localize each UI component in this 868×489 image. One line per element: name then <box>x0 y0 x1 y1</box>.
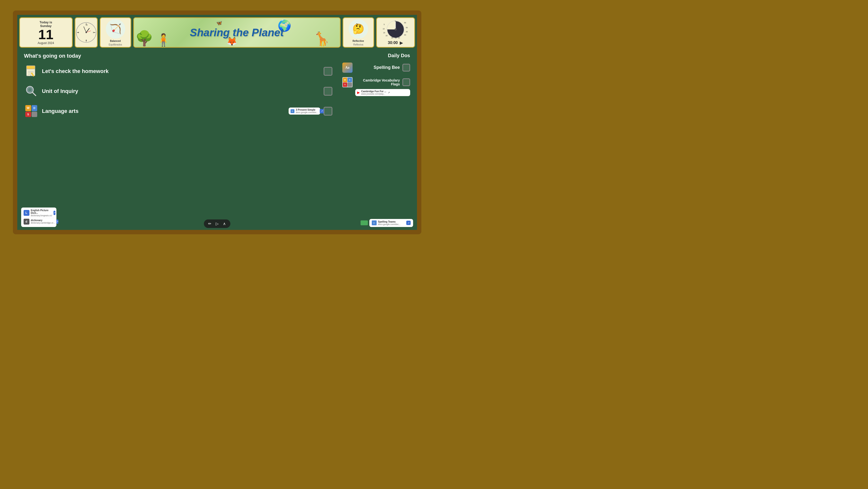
doc-link-text: 3 Present Simple docs.google.com/doc... <box>296 109 318 114</box>
day-number: 11 <box>38 28 53 41</box>
balanced-label: Balanced <box>110 40 121 42</box>
tree-decoration: 🌳 <box>135 30 153 47</box>
spelling-teams-text: Spelling Teams docs.google.com/doc... <box>378 221 401 226</box>
clock-widget: 12 3 6 9 <box>75 17 98 48</box>
youtube-link-arrow[interactable]: ↗ <box>388 91 390 94</box>
spelling-teams-url: docs.google.com/doc... <box>378 223 401 226</box>
bird-decoration: 🦋 <box>216 20 222 26</box>
green-indicator <box>361 221 368 225</box>
cambridge-dict-url: dictionary.cambridge.or... <box>31 222 55 224</box>
top-bar: Today is Sunday 11 August 2024 12 3 6 9 <box>19 17 415 49</box>
english-dict-arrow[interactable]: ↗ <box>54 211 56 215</box>
reflective-sub: Reflexiva <box>353 43 363 46</box>
svg-point-12 <box>85 32 87 33</box>
inquiry-svg <box>25 84 38 98</box>
youtube-icon: ▶ <box>357 90 360 94</box>
banner-title: Sharing the Planet <box>190 27 284 39</box>
timer-display: 30:00 <box>388 40 398 45</box>
daily-dos-title: Daily Dos <box>342 53 410 58</box>
reflective-label: Reflective <box>352 40 364 42</box>
svg-text:6: 6 <box>86 39 87 41</box>
google-doc-icon: ≡ <box>290 109 294 113</box>
agenda-item-homework: Let's check the homework <box>24 64 332 79</box>
person-decoration: 🧍 <box>156 33 171 47</box>
svg-text:55: 55 <box>404 22 406 24</box>
english-dict-title: English Picture Dicti... <box>31 209 52 214</box>
giraffe-decoration: 🦒 <box>313 31 330 47</box>
banner-widget: 🌳 🧍 🌍 🦋 🦊 🦒 Sharing the Planet <box>133 17 341 48</box>
svg-text:45: 45 <box>406 31 408 33</box>
timer-play-button[interactable]: ▶ <box>400 40 403 46</box>
spelling-teams-arrow[interactable]: ↗ <box>406 221 411 225</box>
date-widget: Today is Sunday 11 August 2024 <box>19 17 73 48</box>
homework-checkbox[interactable] <box>323 67 332 76</box>
board-frame: Today is Sunday 11 August 2024 12 3 6 9 <box>13 10 421 234</box>
youtube-sub-link-container: ▶ Cambridge Fun For ... www.youtube.com/… <box>355 89 410 96</box>
learner-profile-widget[interactable]: 🏹 Balanced Equilibrados <box>100 17 131 48</box>
timer-controls: 30:00 ▶ <box>388 40 403 46</box>
youtube-title: Cambridge Fun For ... <box>361 90 386 93</box>
left-panel: What's going on today Let's check <box>19 51 337 208</box>
english-dict-text-block: English Picture Dicti... dictionary.long… <box>31 209 52 217</box>
clock-svg: 12 3 6 9 <box>76 22 96 43</box>
spelling-bee-icon: Aa <box>342 62 353 73</box>
cambridge-dict-text-block: dictionary dictionary.cambridge.or... <box>31 219 55 224</box>
spelling-teams-card[interactable]: ≡ Spelling Teams docs.google.com/doc... … <box>369 219 413 227</box>
language-label: Language arts <box>42 108 285 114</box>
youtube-link-text: Cambridge Fun For ... www.youtube.com/pl… <box>361 90 386 95</box>
toolbar-up-button[interactable]: ∧ <box>222 221 227 227</box>
timer-dial: 0 55 50 5 10 45 15 40 20 30 35 25 <box>382 20 409 39</box>
right-panel: Daily Dos Aa Spelling Bee W D S <box>337 51 415 208</box>
reflective-profile-widget[interactable]: 🤔 Reflective Reflexiva <box>343 17 374 48</box>
inquiry-checkbox[interactable] <box>323 87 332 96</box>
svg-text:50: 50 <box>406 27 408 28</box>
bottom-left-links[interactable]: L English Picture Dicti... dictionary.lo… <box>21 207 56 227</box>
cambridge-vocab-label: Cambridge Vocabulary Flags <box>355 78 400 86</box>
inquiry-icon <box>24 84 39 98</box>
spelling-bee-checkbox[interactable] <box>402 64 410 71</box>
cambridge-grid-icon: W D S <box>342 77 352 87</box>
svg-text:12: 12 <box>85 24 88 26</box>
spelling-teams-doc-icon: ≡ <box>372 221 377 225</box>
bottom-right-area: ≡ Spelling Teams docs.google.com/doc... … <box>361 219 413 227</box>
cambridge-vocab-checkbox[interactable] <box>402 78 410 86</box>
svg-text:10: 10 <box>383 28 385 30</box>
spelling-bee-label: Spelling Bee <box>355 65 400 70</box>
svg-text:9: 9 <box>78 31 79 34</box>
language-doc-link[interactable]: ≡ 3 Present Simple docs.google.com/doc..… <box>289 108 320 115</box>
timer-widget: 0 55 50 5 10 45 15 40 20 30 35 25 30:00 <box>376 17 415 48</box>
youtube-link[interactable]: ▶ Cambridge Fun For ... www.youtube.com/… <box>355 89 410 96</box>
homework-icon <box>24 64 39 79</box>
svg-text:20: 20 <box>385 35 388 36</box>
agenda-section-title: What's going on today <box>24 53 332 59</box>
language-icon: W D S <box>24 104 39 118</box>
balanced-sub: Equilibrados <box>109 43 122 46</box>
english-dict-url: dictionary.longeais.cc/ <box>31 214 52 217</box>
agenda-item-inquiry: Unit of Inquiry <box>24 84 332 98</box>
cambridge-dict-row: d dictionary dictionary.cambridge.or... … <box>24 219 54 225</box>
english-dict-icon: L <box>24 210 29 216</box>
cambridge-dict-arrow[interactable]: ↗ <box>56 220 58 224</box>
homework-svg <box>25 64 38 78</box>
toolbar-cursor-button[interactable]: ▷ <box>215 221 220 227</box>
doc-link-url: docs.google.com/doc... <box>296 111 318 114</box>
cambridge-dict-title: dictionary <box>31 219 55 222</box>
inquiry-label: Unit of Inquiry <box>42 88 320 94</box>
svg-rect-29 <box>27 66 35 69</box>
cambridge-dict-icon: d <box>24 219 29 225</box>
svg-text:40: 40 <box>404 34 406 36</box>
svg-line-37 <box>32 92 36 96</box>
wds-icon: W D S <box>25 104 38 118</box>
cambridge-vocab-item: W D S Cambridge Vocabulary Flags <box>342 77 410 88</box>
main-content: What's going on today Let's check <box>19 51 415 208</box>
cambridge-icon: W D S <box>342 77 353 88</box>
homework-label: Let's check the homework <box>42 68 320 75</box>
svg-point-27 <box>395 28 397 30</box>
toolbar-pen-button[interactable]: ✏ <box>207 221 212 227</box>
month-year: August 2024 <box>38 41 54 45</box>
svg-text:3: 3 <box>93 31 94 34</box>
balanced-figure: 🏹 <box>106 19 125 39</box>
language-checkbox[interactable] <box>323 107 332 116</box>
reflective-figure: 🤔 <box>349 19 368 39</box>
today-label: Today is <box>40 21 52 24</box>
